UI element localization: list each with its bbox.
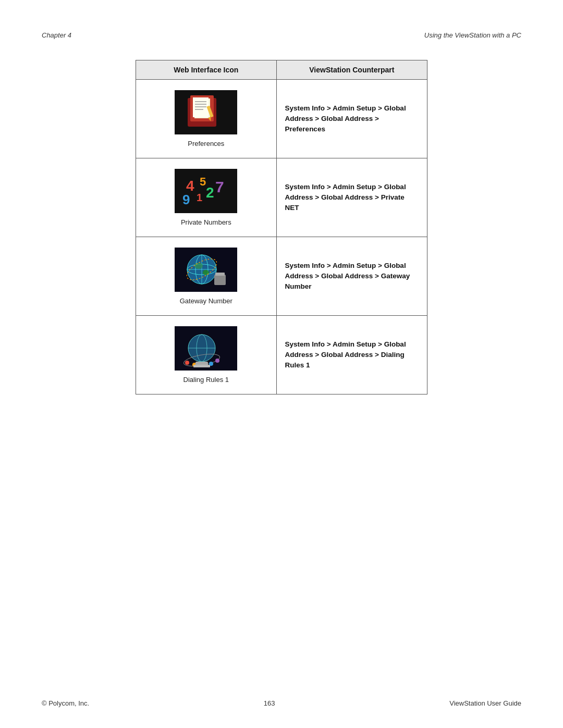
svg-point-34 — [185, 361, 189, 365]
counterpart-cell-private-numbers: System Info > Admin Setup > Global Addre… — [276, 158, 427, 237]
header-right: Using the ViewStation with a PC — [424, 31, 521, 39]
svg-text:2: 2 — [206, 184, 214, 201]
svg-rect-40 — [193, 365, 210, 367]
svg-rect-27 — [215, 273, 225, 276]
icon-label-preferences: Preferences — [144, 140, 268, 147]
svg-text:1: 1 — [197, 192, 202, 203]
page-footer: © Polycom, Inc. 163 ViewStation User Gui… — [0, 699, 563, 707]
col2-header: ViewStation Counterpart — [276, 60, 427, 80]
icon-cell-private-numbers: 4 5 9 1 2 7 Private Numbers — [136, 158, 277, 237]
counterpart-text-private-numbers: System Info > Admin Setup > Global Addre… — [285, 183, 406, 212]
private-numbers-icon: 4 5 9 1 2 7 — [175, 169, 237, 213]
dialing-rules-icon — [175, 326, 237, 371]
svg-text:9: 9 — [182, 192, 190, 207]
table-row: Dialing Rules 1 System Info > Admin Setu… — [136, 316, 427, 394]
svg-rect-26 — [214, 275, 226, 285]
preferences-icon — [175, 90, 237, 134]
svg-point-38 — [215, 359, 219, 363]
counterpart-cell-gateway: System Info > Admin Setup > Global Addre… — [276, 237, 427, 316]
svg-text:5: 5 — [200, 175, 206, 188]
icon-cell-gateway: Gateway Number — [136, 237, 277, 316]
icon-cell-dialing-rules: Dialing Rules 1 — [136, 316, 277, 394]
counterpart-cell-preferences: System Info > Admin Setup > Global Addre… — [276, 80, 427, 158]
icon-label-dialing-rules: Dialing Rules 1 — [144, 376, 268, 384]
comparison-table: Web Interface Icon ViewStation Counterpa… — [136, 60, 427, 394]
footer-left: © Polycom, Inc. — [42, 699, 89, 707]
svg-text:7: 7 — [215, 178, 224, 195]
counterpart-text-preferences: System Info > Admin Setup > Global Addre… — [285, 104, 406, 133]
gateway-number-icon — [175, 248, 237, 292]
page-header: Chapter 4 Using the ViewStation with a P… — [0, 0, 563, 50]
col1-header: Web Interface Icon — [136, 60, 277, 80]
table-row: Preferences System Info > Admin Setup > … — [136, 80, 427, 158]
header-left: Chapter 4 — [42, 31, 71, 39]
counterpart-cell-dialing-rules: System Info > Admin Setup > Global Addre… — [276, 316, 427, 394]
table-row: 4 5 9 1 2 7 Private Numbers System Info … — [136, 158, 427, 237]
icon-label-gateway: Gateway Number — [144, 297, 268, 305]
footer-right: ViewStation User Guide — [449, 699, 521, 707]
footer-center: 163 — [264, 699, 275, 707]
main-table-container: Web Interface Icon ViewStation Counterpa… — [136, 60, 427, 394]
icon-label-private-numbers: Private Numbers — [144, 218, 268, 226]
icon-cell-preferences: Preferences — [136, 80, 277, 158]
svg-point-24 — [194, 263, 203, 269]
counterpart-text-gateway: System Info > Admin Setup > Global Addre… — [285, 262, 410, 291]
table-row: Gateway Number System Info > Admin Setup… — [136, 237, 427, 316]
counterpart-text-dialing-rules: System Info > Admin Setup > Global Addre… — [285, 340, 406, 369]
svg-rect-4 — [193, 97, 209, 117]
